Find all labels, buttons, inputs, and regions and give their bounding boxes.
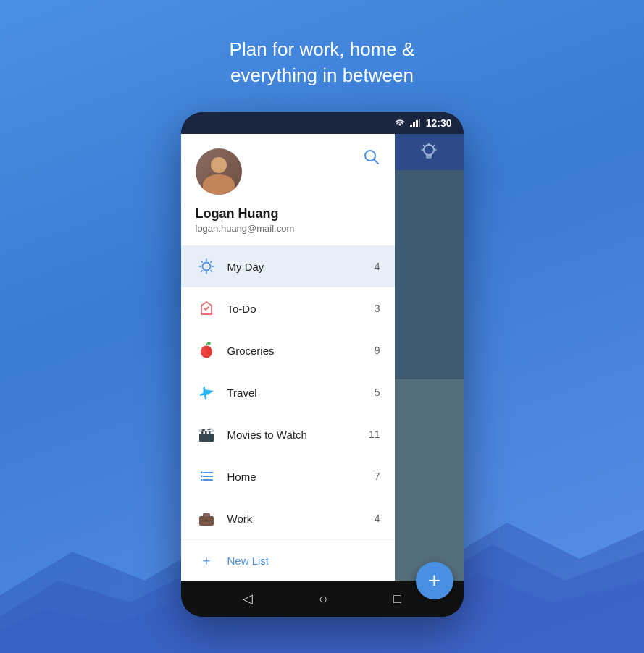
svg-rect-47 bbox=[205, 520, 208, 522]
nav-count-work: 4 bbox=[375, 513, 380, 524]
status-time: 12:30 bbox=[426, 117, 452, 129]
svg-line-24 bbox=[210, 261, 212, 263]
nav-item-groceries[interactable]: Groceries 9 bbox=[181, 329, 395, 371]
nav-count-to-do: 3 bbox=[375, 303, 380, 314]
recents-button[interactable]: □ bbox=[393, 591, 401, 607]
avatar bbox=[196, 148, 242, 195]
profile-section: Logan Huang logan.huang@mail.com bbox=[181, 134, 395, 245]
status-bar: 12:30 bbox=[181, 112, 464, 134]
svg-rect-45 bbox=[204, 514, 209, 516]
sun-icon bbox=[196, 256, 217, 277]
nav-item-to-do[interactable]: To-Do 3 bbox=[181, 287, 395, 329]
svg-line-23 bbox=[210, 271, 212, 272]
nav-count-movies: 11 bbox=[369, 429, 380, 440]
back-button[interactable]: ◁ bbox=[243, 591, 253, 607]
nav-item-movies[interactable]: Movies to Watch 11 bbox=[181, 413, 395, 455]
status-icons bbox=[394, 119, 420, 127]
tagline-line2: everything in between bbox=[230, 64, 414, 86]
list-icon bbox=[196, 465, 217, 487]
svg-rect-33 bbox=[209, 431, 211, 434]
profile-name: Logan Huang bbox=[196, 206, 380, 222]
svg-line-11 bbox=[424, 146, 425, 147]
nav-count-my-day: 4 bbox=[375, 261, 380, 272]
svg-rect-41 bbox=[201, 476, 203, 478]
svg-line-22 bbox=[201, 261, 202, 263]
nav-list: My Day 4 To-Do 3 bbox=[181, 245, 395, 539]
svg-rect-5 bbox=[413, 122, 415, 127]
svg-rect-31 bbox=[201, 431, 204, 434]
svg-point-17 bbox=[202, 263, 210, 271]
svg-marker-3 bbox=[398, 123, 401, 126]
svg-rect-42 bbox=[201, 479, 203, 481]
nav-label-groceries: Groceries bbox=[227, 345, 375, 357]
app-header-right bbox=[395, 134, 464, 170]
nav-label-home: Home bbox=[227, 471, 375, 483]
todo-icon bbox=[196, 298, 217, 319]
home-button[interactable]: ○ bbox=[319, 591, 327, 607]
svg-rect-32 bbox=[205, 431, 207, 434]
nav-count-home: 7 bbox=[375, 471, 380, 482]
svg-line-16 bbox=[374, 160, 378, 164]
nav-label-my-day: My Day bbox=[227, 261, 375, 273]
nav-label-movies: Movies to Watch bbox=[227, 429, 369, 441]
nav-item-my-day[interactable]: My Day 4 bbox=[181, 245, 395, 287]
svg-rect-4 bbox=[410, 125, 412, 127]
right-panel-top bbox=[395, 134, 464, 379]
new-list-button[interactable]: ＋ New List bbox=[181, 539, 395, 581]
svg-point-8 bbox=[424, 145, 434, 155]
svg-rect-6 bbox=[416, 120, 418, 127]
nav-count-groceries: 9 bbox=[375, 345, 380, 356]
nav-label-work: Work bbox=[227, 513, 375, 525]
nav-item-home[interactable]: Home 7 bbox=[181, 455, 395, 497]
svg-marker-34 bbox=[199, 429, 214, 431]
svg-line-25 bbox=[201, 271, 202, 272]
nav-label-travel: Travel bbox=[227, 387, 375, 399]
svg-rect-7 bbox=[419, 119, 420, 127]
wifi-icon bbox=[394, 119, 406, 127]
signal-icon bbox=[410, 119, 420, 127]
apple-icon bbox=[196, 340, 217, 361]
nav-label-to-do: To-Do bbox=[227, 303, 375, 315]
nav-item-work[interactable]: Work 4 bbox=[181, 497, 395, 539]
airplane-icon bbox=[196, 382, 217, 403]
phone-mockup: 12:30 bbox=[181, 112, 464, 617]
svg-point-27 bbox=[201, 348, 206, 357]
app-content: Logan Huang logan.huang@mail.com bbox=[181, 134, 464, 581]
movie-icon bbox=[196, 424, 217, 445]
tagline-line1: Plan for work, home & bbox=[230, 38, 415, 60]
nav-item-travel[interactable]: Travel 5 bbox=[181, 371, 395, 413]
tagline: Plan for work, home & everything in betw… bbox=[230, 36, 415, 89]
plus-icon: ＋ bbox=[196, 552, 217, 569]
briefcase-icon bbox=[196, 507, 217, 529]
search-icon bbox=[363, 148, 380, 166]
nav-count-travel: 5 bbox=[375, 387, 380, 398]
search-button[interactable] bbox=[363, 148, 380, 169]
bulb-icon bbox=[420, 142, 438, 162]
new-list-label: New List bbox=[227, 555, 269, 567]
profile-info: Logan Huang logan.huang@mail.com bbox=[196, 206, 380, 234]
svg-line-12 bbox=[433, 146, 435, 147]
svg-rect-40 bbox=[201, 472, 203, 474]
sidebar: Logan Huang logan.huang@mail.com bbox=[181, 134, 395, 581]
phone-frame: 12:30 bbox=[181, 112, 464, 617]
fab-button[interactable]: + bbox=[416, 562, 453, 599]
profile-email: logan.huang@mail.com bbox=[196, 223, 380, 234]
